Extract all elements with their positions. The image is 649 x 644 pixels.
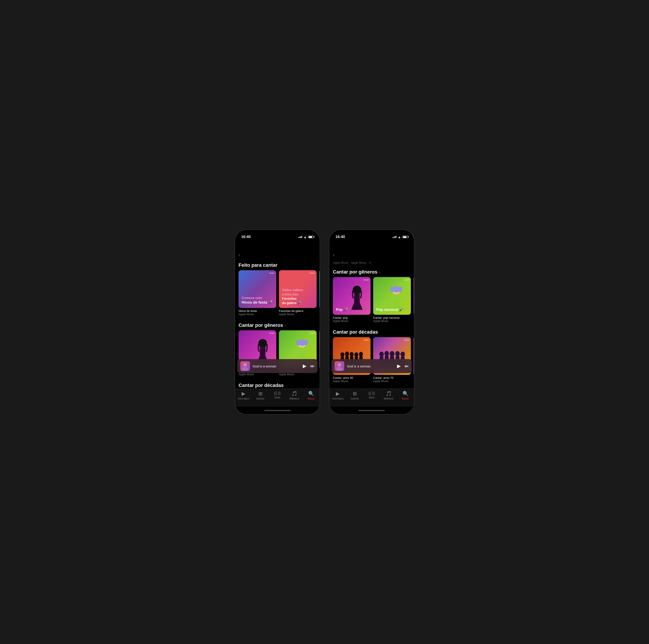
card-pop-2[interactable]: Music Pop 🎤: [333, 277, 371, 315]
card-sub-pop-nacional-2: Apple Music: [373, 319, 411, 323]
back-chevron-icon-2: ‹: [333, 252, 334, 258]
svg-point-27: [359, 352, 363, 356]
svg-point-21: [345, 351, 349, 356]
section-title-generos-2: Cantar por gêneros: [333, 269, 377, 275]
tab-radio-label-2: Rádio: [369, 396, 375, 399]
cards-row-generos-2: Music Pop 🎤 Cantar: pop Apple Music: [329, 277, 414, 323]
svg-point-31: [384, 351, 389, 356]
card-info-anos60: Cantar: anos 60 Apple Music: [333, 375, 371, 383]
card-partial-generos: [319, 330, 320, 368]
section-title-decadas-2: Cantar por décadas: [333, 329, 378, 335]
np-thumb-inner-1: [240, 361, 250, 371]
status-icons-1: ▲: [298, 235, 313, 239]
now-playing-2[interactable]: God is a woman ▶ ⏭: [332, 359, 412, 373]
section-generos-2[interactable]: Cantar por gêneros ›: [329, 266, 414, 277]
card-favoritas[interactable]: Music Todos sabema letra dasFavoritasda …: [279, 270, 317, 308]
phone-1: 16:40 ▲ ‹ Feito para cantar: [234, 230, 320, 414]
tab-explorar-1[interactable]: ⊞ Explorar: [252, 391, 269, 400]
spacer-2: [235, 376, 320, 379]
card-apple-music-anos60: Music: [363, 339, 369, 341]
tab-buscar-1[interactable]: 🔍 Buscar: [303, 391, 320, 400]
tab-radio-label-1: Rádio: [274, 396, 280, 399]
tab-explorar-label-1: Explorar: [256, 397, 264, 400]
back-button-2[interactable]: ‹: [329, 250, 414, 259]
np-controls-2: ▶ ⏭: [397, 363, 409, 369]
tab-explorar-icon-2: ⊞: [353, 391, 357, 397]
svg-point-13: [353, 286, 361, 294]
np-thumb-1: [240, 361, 250, 371]
svg-point-25: [354, 352, 358, 357]
svg-point-33: [390, 351, 394, 357]
section-decadas-2: Cantar por décadas: [329, 326, 414, 337]
card-apple-music-pop-nacional: Music: [309, 332, 315, 334]
battery-icon-2: [402, 236, 408, 238]
tab-buscar-label-1: Buscar: [308, 397, 315, 400]
tab-ouvir-label-2: Ouvir Agora: [332, 397, 344, 400]
card-wrapper-favoritas[interactable]: Music Todos sabema letra dasFavoritasda …: [279, 270, 317, 316]
np-forward-button-1[interactable]: ⏭: [310, 364, 314, 368]
spacer-1: [235, 316, 320, 319]
np-title-1: God is a woman: [253, 364, 300, 368]
svg-point-40: [338, 363, 341, 366]
tab-biblioteca-2[interactable]: 🎵 Biblioteca: [380, 391, 397, 400]
card-wrapper-pop-2[interactable]: Music Pop 🎤 Cantar: pop Apple Music: [333, 277, 371, 323]
card-sub-anos60: Apple Music: [333, 379, 371, 383]
svg-point-35: [395, 351, 400, 356]
card-pop-nacional-2[interactable]: Music Pop nacional 🎤: [373, 277, 411, 315]
now-playing-1[interactable]: God is a woman ▶ ⏭: [237, 359, 317, 373]
tab-explorar-icon-1: ⊞: [259, 391, 262, 397]
tab-ouvir-2[interactable]: ▶ Ouvir Agora: [329, 391, 346, 400]
tab-radio-2[interactable]: ((·)) Rádio: [363, 391, 380, 399]
section-decadas: Cantar por décadas: [235, 379, 320, 389]
card-label-pop-nacional-2: Pop nacional 🎤: [376, 308, 408, 312]
np-play-button-2[interactable]: ▶: [397, 363, 401, 369]
tab-biblioteca-label-1: Biblioteca: [290, 397, 299, 400]
svg-point-23: [350, 352, 354, 357]
card-label-favoritas: Todos sabema letra dasFavoritasda galera…: [282, 288, 313, 305]
status-icons-2: ▲: [392, 235, 408, 239]
back-chevron-icon: ‹: [239, 252, 240, 258]
back-button-1[interactable]: ‹: [235, 250, 320, 259]
tab-biblioteca-icon-1: 🎵: [291, 391, 297, 397]
card-info-pop-2: Cantar: pop Apple Music: [333, 315, 371, 323]
tab-buscar-2[interactable]: 🔍 Buscar: [397, 391, 414, 400]
tab-ouvir-icon-1: ▶: [242, 391, 245, 397]
card-wrapper-hinos[interactable]: Music Comece comHinos de festa 🎤 Hinos d…: [239, 270, 276, 316]
card-name-favoritas: Favoritas da galera: [279, 309, 317, 313]
np-play-button-1[interactable]: ▶: [303, 363, 306, 369]
tab-explorar-2[interactable]: ⊞ Explorar: [346, 391, 363, 400]
card-info-favoritas: Favoritas da galera Apple Music: [279, 308, 317, 316]
card-name-anos60: Cantar: anos 60: [333, 376, 371, 379]
spacer-3: [329, 323, 414, 326]
card-sub-hinos: Apple Music: [239, 313, 276, 316]
tab-ouvir-1[interactable]: ▶ Ouvir Agora: [235, 391, 252, 400]
np-thumb-2: [335, 361, 344, 371]
section-title-decadas: Cantar por décadas: [239, 383, 284, 388]
section-generos[interactable]: Cantar por gêneros ›: [235, 319, 320, 330]
tab-bar-1: ▶ Ouvir Agora ⊞ Explorar ((·)) Rádio 🎵 B…: [235, 389, 320, 407]
bottom-spacer-2: [329, 383, 414, 389]
battery-icon: [308, 236, 313, 238]
wifi-icon: ▲: [303, 235, 307, 239]
card-apple-music-hinos: Music: [269, 272, 274, 274]
wifi-icon-2: ▲: [398, 235, 401, 239]
card-info-anos70: Cantar: anos 70 Apple Music: [373, 375, 411, 383]
phone-content-2: ‹ Apple Music Apple Music A Cantar por g…: [329, 250, 414, 389]
card-hinos[interactable]: Music Comece comHinos de festa 🎤: [239, 270, 276, 308]
card-label-hinos: Comece comHinos de festa 🎤: [242, 296, 273, 305]
card-wrapper-pop-nacional-2[interactable]: Music Pop nacional 🎤 Cantar: pop naciona…: [373, 277, 411, 323]
card-name-pop-2: Cantar: pop: [333, 316, 371, 319]
tab-buscar-icon-1: 🔍: [308, 391, 314, 397]
svg-point-7: [305, 340, 308, 343]
svg-point-19: [341, 352, 344, 357]
np-forward-button-2[interactable]: ⏭: [405, 364, 409, 368]
status-time-2: 16:40: [336, 235, 345, 239]
signal-icon-2: [392, 236, 396, 238]
tab-radio-1[interactable]: ((·)) Rádio: [269, 391, 286, 399]
card-apple-music-favoritas: Music: [309, 272, 315, 274]
card-info-pop-nacional-2: Cantar: pop nacional Apple Music: [373, 315, 411, 323]
tab-explorar-label-2: Explorar: [351, 397, 359, 400]
np-thumb-inner-2: [335, 361, 344, 371]
np-title-2: God is a woman: [347, 364, 394, 368]
tab-biblioteca-1[interactable]: 🎵 Biblioteca: [286, 391, 303, 400]
